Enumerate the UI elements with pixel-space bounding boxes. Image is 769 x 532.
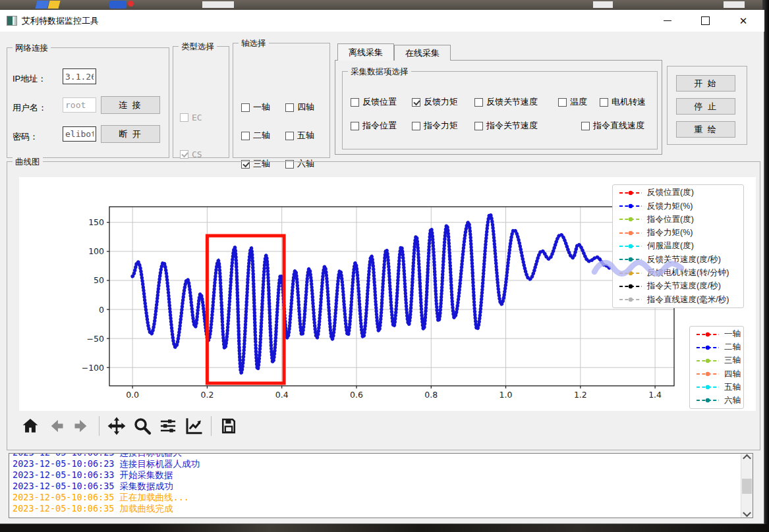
checkbox-axis-四轴[interactable]: 四轴	[285, 101, 314, 113]
app-icon	[7, 16, 17, 26]
log-entries: 2023-12-05-10:06:23 连接目标机器人2023-12-05-10…	[13, 453, 741, 514]
legend-item: 二轴	[690, 342, 743, 353]
forward-icon[interactable]	[72, 416, 92, 436]
home-icon[interactable]	[20, 416, 40, 436]
checkbox-icon[interactable]	[241, 103, 250, 112]
legend-item: 反馈关节速度(度/秒)	[613, 254, 743, 265]
stop-button[interactable]: 停 止	[676, 98, 735, 115]
checkbox-icon[interactable]	[581, 122, 590, 130]
checkbox-axis-一轴[interactable]: 一轴	[241, 101, 270, 113]
customize-axes-icon[interactable]	[184, 416, 204, 436]
legend-label: 三轴	[724, 355, 741, 366]
disconnect-button[interactable]: 断 开	[101, 125, 160, 143]
svg-text:−50: −50	[87, 334, 104, 344]
checkbox-icon[interactable]	[474, 122, 483, 130]
desktop-screen: 艾利特数据监控工具 ✕ 网络连接 IP地址： 用户名： 连 接 密码： 断 开 …	[0, 0, 769, 532]
plot-toolbar	[20, 416, 239, 436]
minimize-button[interactable]	[652, 10, 683, 32]
checkbox-collect-反馈位置[interactable]: 反馈位置	[351, 96, 397, 108]
checkbox-icon[interactable]	[558, 98, 567, 107]
scroll-up-icon[interactable]	[741, 454, 753, 465]
ip-input[interactable]	[63, 68, 96, 84]
checkbox-label: 温度	[570, 96, 587, 108]
back-icon[interactable]	[46, 416, 66, 436]
legend-label: 反馈力矩(%)	[647, 201, 693, 212]
maximize-button[interactable]	[690, 10, 720, 32]
checkbox-icon	[180, 113, 188, 122]
title-bar[interactable]: 艾利特数据监控工具 ✕	[0, 10, 764, 32]
desktop-icon-label	[593, 1, 613, 8]
redraw-button[interactable]: 重 绘	[676, 121, 735, 138]
checkbox-label: 四轴	[297, 101, 314, 113]
checkbox-icon[interactable]	[600, 98, 608, 107]
checkbox-collect-温度[interactable]: 温度	[558, 96, 587, 108]
checkbox-icon[interactable]	[474, 98, 483, 107]
legend-item: 指令力矩(%)	[613, 227, 743, 238]
start-button[interactable]: 开 始	[676, 75, 735, 92]
checkbox-axis-二轴[interactable]: 二轴	[241, 130, 270, 142]
legend-line-sample	[696, 371, 720, 377]
checkbox-icon[interactable]	[412, 98, 420, 107]
legend-line-sample	[696, 331, 720, 338]
checkbox-icon[interactable]	[285, 103, 294, 112]
actions-group: 开 始 停 止 重 绘	[667, 66, 747, 145]
svg-text:150: 150	[88, 217, 104, 227]
legend-label: 四轴	[724, 369, 741, 380]
log-box[interactable]: 2023-12-05-10:06:23 连接目标机器人2023-12-05-10…	[9, 453, 753, 518]
checkbox-label: 指令力矩	[424, 120, 458, 132]
checkbox-type-CS: CS	[180, 149, 202, 159]
network-group: 网络连接 IP地址： 用户名： 连 接 密码： 断 开	[7, 47, 169, 158]
legend-label: 指令关节速度(度/秒)	[647, 280, 721, 292]
checkbox-icon[interactable]	[351, 122, 359, 130]
checkbox-icon[interactable]	[351, 98, 359, 107]
legend-line-sample	[619, 243, 642, 250]
svg-text:0.6: 0.6	[350, 390, 363, 400]
checkbox-collect-电机转速[interactable]: 电机转速	[600, 96, 646, 108]
checkbox-icon[interactable]	[285, 132, 294, 140]
legend-line-sample	[619, 256, 642, 263]
legend-line-sample	[696, 397, 720, 404]
checkbox-collect-指令力矩[interactable]: 指令力矩	[412, 120, 458, 132]
collect-tab-control: 离线采集在线采集 采集数据项选择 反馈位置反馈力矩反馈关节速度温度电机转速 指令…	[335, 45, 662, 165]
legend-signals: 反馈位置(度)反馈力矩(%)指令位置(度)指令力矩(%)伺服温度(度)反馈关节速…	[612, 184, 744, 308]
desktop-icon-fragment	[48, 1, 61, 9]
chart-figure[interactable]: 0.00.20.40.60.81.01.21.4−100−50050100150…	[19, 177, 756, 411]
desktop-icon-fragment	[128, 1, 134, 7]
checkbox-collect-指令直线速度[interactable]: 指令直线速度	[581, 120, 644, 132]
checkbox-collect-指令关节速度[interactable]: 指令关节速度	[474, 120, 538, 132]
checkbox-label: 五轴	[297, 130, 314, 142]
checkbox-collect-反馈力矩[interactable]: 反馈力矩	[412, 96, 458, 108]
desktop-icon-label	[724, 1, 745, 8]
tab-在线采集[interactable]: 在线采集	[394, 45, 451, 61]
checkbox-icon[interactable]	[412, 122, 420, 130]
pan-icon[interactable]	[107, 416, 127, 436]
legend-item: 反馈力矩(%)	[613, 201, 743, 212]
checkbox-icon[interactable]	[241, 132, 250, 140]
legend-item: 指令直线速度(毫米/秒)	[613, 294, 743, 306]
save-icon[interactable]	[219, 416, 239, 436]
legend-line-sample	[619, 190, 642, 196]
subplots-icon[interactable]	[158, 416, 178, 436]
username-input	[63, 97, 96, 113]
legend-item: 反馈位置(度)	[613, 187, 743, 198]
scroll-thumb[interactable]	[742, 479, 752, 494]
log-entry: 2023-12-05-10:06:35 加载曲线完成	[13, 503, 741, 514]
close-button[interactable]: ✕	[728, 10, 758, 32]
checkbox-collect-指令位置[interactable]: 指令位置	[351, 120, 397, 132]
log-entry: 2023-12-05-10:06:33 开始采集数据	[13, 469, 741, 481]
checkbox-axis-五轴[interactable]: 五轴	[285, 130, 314, 142]
log-entry: 2023-12-05-10:06:35 采集数据成功	[13, 481, 741, 492]
app-window: 艾利特数据监控工具 ✕ 网络连接 IP地址： 用户名： 连 接 密码： 断 开 …	[0, 10, 764, 524]
password-input[interactable]	[63, 126, 96, 142]
close-icon: ✕	[739, 16, 748, 26]
svg-text:0: 0	[99, 305, 104, 315]
legend-line-sample	[696, 344, 720, 351]
tab-离线采集[interactable]: 离线采集	[337, 43, 394, 61]
connect-button[interactable]: 连 接	[101, 96, 160, 114]
log-scrollbar[interactable]	[741, 454, 753, 518]
checkbox-collect-反馈关节速度[interactable]: 反馈关节速度	[474, 96, 538, 108]
window-title: 艾利特数据监控工具	[22, 15, 99, 27]
legend-label: 反馈关节速度(度/秒)	[647, 254, 721, 265]
zoom-icon[interactable]	[132, 416, 152, 436]
scroll-down-icon[interactable]	[741, 506, 753, 518]
